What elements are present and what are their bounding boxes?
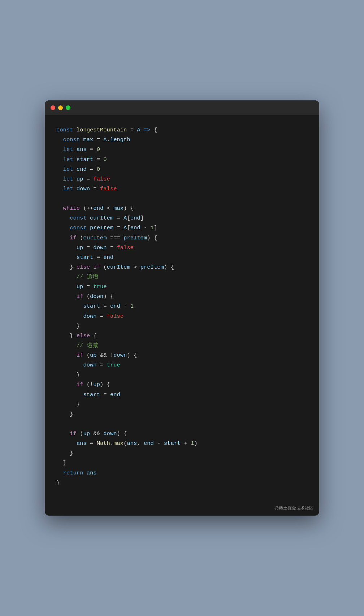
close-button[interactable] (51, 105, 55, 110)
titlebar (45, 100, 319, 115)
minimize-button[interactable] (58, 105, 63, 110)
watermark-text: @稀土掘金技术社区 (274, 506, 313, 511)
code-window: const longestMountain = A => { const max… (45, 100, 319, 516)
maximize-button[interactable] (66, 105, 70, 110)
watermark: @稀土掘金技术社区 (45, 502, 319, 516)
code-content: const longestMountain = A => { const max… (45, 115, 319, 502)
